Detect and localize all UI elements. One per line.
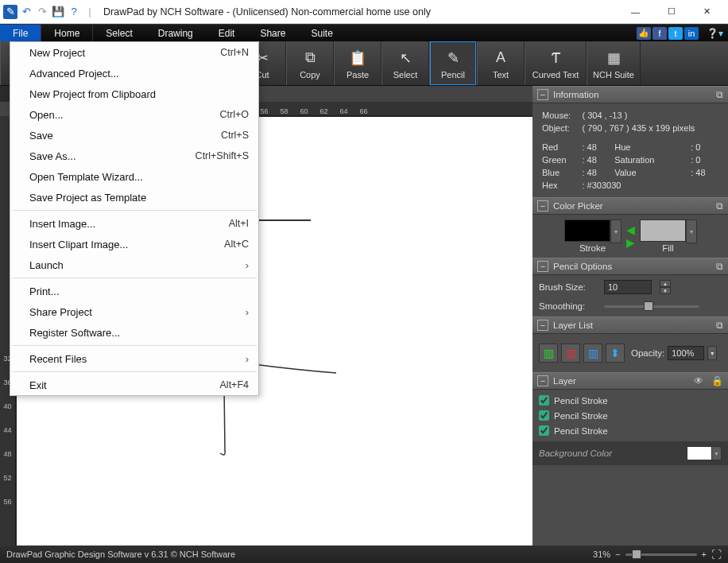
opacity-input[interactable]: 100%: [668, 346, 704, 360]
twitter-icon[interactable]: t: [668, 27, 683, 40]
menu-item-open-template-wizard[interactable]: Open Template Wizard...: [10, 166, 258, 187]
smoothing-slider[interactable]: [604, 301, 699, 312]
panel-layer-title: Layer: [553, 376, 576, 386]
opacity-dropdown[interactable]: ▼: [707, 346, 717, 360]
menu-item-label: Advanced Project...: [29, 68, 249, 80]
title-bar: ✎ ↶ ↷ 💾 ? | DrawPad by NCH Software - (U…: [0, 0, 728, 24]
undo-quick-icon[interactable]: ↶: [19, 5, 33, 19]
fill-swatch[interactable]: [640, 219, 686, 242]
brush-size-spinner[interactable]: ▲▼: [660, 280, 671, 294]
close-button[interactable]: ✕: [689, 0, 725, 24]
menu-item-new-project-from-clipboard[interactable]: New Project from Clipboard: [10, 83, 258, 104]
menu-home[interactable]: Home: [41, 25, 93, 41]
menu-item-label: Share Project: [29, 306, 239, 318]
info-red-value: : 48: [580, 142, 611, 153]
collapse-icon[interactable]: −: [537, 200, 548, 212]
layer-item[interactable]: Pencil Stroke: [539, 393, 722, 408]
menu-item-insert-image[interactable]: Insert Image...Alt+I: [10, 213, 258, 234]
duplicate-layer-button[interactable]: ▥: [583, 344, 602, 363]
menu-item-new-project[interactable]: New ProjectCtrl+N: [10, 42, 258, 63]
toolbar-copy[interactable]: ⧉Copy: [286, 41, 334, 85]
menu-item-label: Recent Files: [29, 353, 239, 365]
panel-penciloptions-header[interactable]: − Pencil Options ⧉: [532, 258, 728, 275]
panel-layer-header[interactable]: − Layer 👁 🔒: [532, 372, 728, 390]
menu-item-print[interactable]: Print...: [10, 281, 258, 301]
menu-item-register-software[interactable]: Register Software...: [10, 322, 258, 343]
redo-quick-icon[interactable]: ↷: [35, 5, 49, 19]
menu-item-label: Exit: [29, 379, 220, 391]
menu-item-share-project[interactable]: Share Project: [10, 301, 258, 322]
menu-item-advanced-project[interactable]: Advanced Project...: [10, 63, 258, 83]
status-bar: DrawPad Graphic Design Software v 6.31 ©…: [0, 546, 728, 563]
menu-drawing[interactable]: Drawing: [145, 25, 206, 41]
zoom-in-button[interactable]: +: [702, 549, 707, 559]
layer-item[interactable]: Pencil Stroke: [539, 423, 722, 438]
menu-item-launch[interactable]: Launch: [10, 254, 258, 275]
layer-checkbox[interactable]: [539, 395, 549, 406]
menu-share[interactable]: Share: [247, 25, 298, 41]
minimize-button[interactable]: —: [618, 0, 653, 24]
lock-icon[interactable]: 🔒: [711, 375, 723, 386]
thumbs-up-icon[interactable]: 👍: [637, 27, 651, 40]
popout-icon[interactable]: ⧉: [716, 261, 723, 272]
panel-colorpicker-header[interactable]: − Color Picker ⧉: [532, 197, 728, 215]
toolbar-text[interactable]: AText: [477, 41, 525, 85]
info-val-label: Value: [613, 167, 687, 178]
info-green-label: Green: [540, 154, 579, 165]
toolbar-paste[interactable]: 📋Paste: [334, 41, 381, 85]
panel-layerlist-header[interactable]: − Layer List ⧉: [532, 316, 728, 334]
collapse-icon[interactable]: −: [537, 375, 548, 386]
popout-icon[interactable]: ⧉: [716, 200, 723, 212]
linkedin-icon[interactable]: in: [684, 27, 699, 40]
help-dropdown-icon[interactable]: ❔▾: [707, 28, 723, 39]
menu-item-save[interactable]: SaveCtrl+S: [10, 125, 258, 146]
layer-item[interactable]: Pencil Stroke: [539, 408, 722, 423]
collapse-icon[interactable]: −: [537, 320, 548, 331]
toolbar-curved-text[interactable]: ƬCurved Text: [525, 41, 587, 85]
menu-edit[interactable]: Edit: [206, 25, 248, 41]
merge-layer-button[interactable]: ⬍: [606, 344, 625, 363]
menu-suite[interactable]: Suite: [298, 25, 345, 41]
panel-penciloptions-title: Pencil Options: [553, 262, 612, 271]
add-layer-button[interactable]: ▥: [539, 344, 558, 363]
zoom-slider[interactable]: [625, 549, 697, 560]
menu-item-exit[interactable]: ExitAlt+F4: [10, 375, 258, 395]
zoom-out-button[interactable]: −: [615, 549, 620, 559]
toolbar-nch-suite[interactable]: ▦NCH Suite: [587, 41, 641, 85]
delete-layer-button[interactable]: ▥: [561, 344, 580, 363]
swap-right-icon[interactable]: ▶: [622, 236, 640, 249]
menu-file[interactable]: File: [0, 25, 41, 41]
background-color-swatch[interactable]: ▼: [687, 446, 722, 460]
popout-icon[interactable]: ⧉: [716, 89, 723, 100]
menu-select[interactable]: Select: [93, 25, 145, 41]
collapse-icon[interactable]: −: [537, 89, 548, 100]
help-quick-icon[interactable]: ?: [67, 5, 81, 19]
panel-information-header[interactable]: − Information ⧉: [532, 86, 728, 103]
menu-item-accel: Alt+C: [224, 239, 249, 250]
menu-item-insert-clipart-image[interactable]: Insert Clipart Image...Alt+C: [10, 234, 258, 254]
layer-checkbox[interactable]: [539, 425, 549, 436]
background-color-row[interactable]: Background Color ▼: [532, 441, 728, 465]
layer-checkbox[interactable]: [539, 410, 549, 421]
toolbar-label: Text: [493, 70, 509, 80]
swap-left-icon[interactable]: ◀: [622, 223, 640, 236]
fit-screen-button[interactable]: ⛶: [711, 549, 722, 561]
fill-dropdown[interactable]: ▾: [686, 219, 697, 243]
toolbar-label: Copy: [300, 70, 320, 80]
menu-item-recent-files[interactable]: Recent Files: [10, 348, 258, 369]
toolbar-pencil[interactable]: ✎Pencil: [429, 41, 477, 85]
maximize-button[interactable]: ☐: [653, 0, 689, 24]
menu-item-save-as[interactable]: Save As...Ctrl+Shift+S: [10, 146, 258, 166]
stroke-dropdown[interactable]: ▾: [610, 219, 622, 243]
brush-size-input[interactable]: 10: [604, 280, 652, 294]
menu-item-label: New Project: [29, 47, 220, 59]
menu-item-open[interactable]: Open...Ctrl+O: [10, 104, 258, 125]
facebook-icon[interactable]: f: [652, 27, 667, 40]
stroke-swatch[interactable]: [564, 219, 610, 242]
popout-icon[interactable]: ⧉: [716, 320, 723, 331]
toolbar-select[interactable]: ↖Select: [381, 41, 429, 85]
visibility-icon[interactable]: 👁: [694, 375, 703, 386]
menu-item-save-project-as-template[interactable]: Save Project as Template: [10, 187, 258, 208]
collapse-icon[interactable]: −: [537, 261, 548, 272]
save-quick-icon[interactable]: 💾: [51, 5, 65, 19]
